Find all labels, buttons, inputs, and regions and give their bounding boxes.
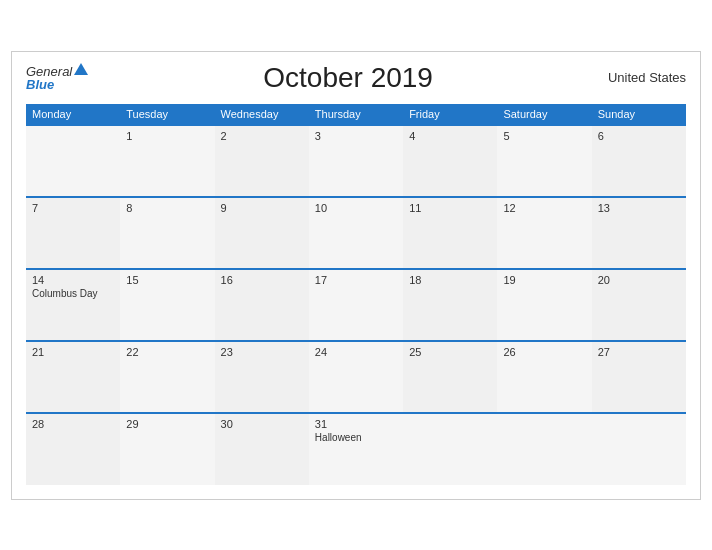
calendar-week-row: 78910111213 [26,197,686,269]
calendar-day-cell: 13 [592,197,686,269]
day-number: 11 [409,202,491,214]
holiday-label: Halloween [315,432,397,443]
day-number: 9 [221,202,303,214]
day-number: 2 [221,130,303,142]
day-number: 21 [32,346,114,358]
calendar-day-cell: 21 [26,341,120,413]
header-tuesday: Tuesday [120,104,214,125]
header-wednesday: Wednesday [215,104,309,125]
calendar-day-cell: 29 [120,413,214,485]
day-number: 3 [315,130,397,142]
day-number: 16 [221,274,303,286]
calendar-day-cell: 22 [120,341,214,413]
calendar-header: General Blue October 2019 United States [26,62,686,94]
calendar-day-cell: 11 [403,197,497,269]
day-number: 6 [598,130,680,142]
day-number: 23 [221,346,303,358]
calendar-grid: Monday Tuesday Wednesday Thursday Friday… [26,104,686,485]
calendar-day-cell: 24 [309,341,403,413]
calendar-day-cell: 8 [120,197,214,269]
calendar-day-cell: 15 [120,269,214,341]
day-number: 10 [315,202,397,214]
calendar-day-cell: 19 [497,269,591,341]
calendar-day-cell: 6 [592,125,686,197]
header-thursday: Thursday [309,104,403,125]
day-number: 31 [315,418,397,430]
day-number: 5 [503,130,585,142]
day-number: 26 [503,346,585,358]
calendar-day-cell: 20 [592,269,686,341]
calendar-day-cell: 10 [309,197,403,269]
day-number: 28 [32,418,114,430]
calendar-day-cell: 27 [592,341,686,413]
day-number: 14 [32,274,114,286]
calendar-day-cell: 5 [497,125,591,197]
header-sunday: Sunday [592,104,686,125]
calendar-day-cell [592,413,686,485]
header-saturday: Saturday [497,104,591,125]
day-number: 7 [32,202,114,214]
day-number: 12 [503,202,585,214]
calendar-day-cell: 26 [497,341,591,413]
day-number: 1 [126,130,208,142]
calendar-day-cell: 4 [403,125,497,197]
calendar-day-cell: 25 [403,341,497,413]
calendar-day-cell: 28 [26,413,120,485]
calendar-day-cell: 18 [403,269,497,341]
day-number: 15 [126,274,208,286]
day-number: 19 [503,274,585,286]
holiday-label: Columbus Day [32,288,114,299]
calendar-day-cell: 17 [309,269,403,341]
day-number: 17 [315,274,397,286]
calendar-day-cell: 7 [26,197,120,269]
calendar-day-cell: 2 [215,125,309,197]
day-number: 13 [598,202,680,214]
calendar-day-cell: 12 [497,197,591,269]
calendar-day-cell: 31Halloween [309,413,403,485]
calendar-title: October 2019 [263,62,433,94]
logo: General Blue [26,65,88,91]
day-number: 4 [409,130,491,142]
calendar-day-cell: 3 [309,125,403,197]
day-number: 22 [126,346,208,358]
day-number: 18 [409,274,491,286]
logo-general-text: General [26,65,72,78]
calendar-week-row: 14Columbus Day151617181920 [26,269,686,341]
calendar-day-cell [497,413,591,485]
logo-blue-text: Blue [26,78,54,91]
calendar-week-row: 28293031Halloween [26,413,686,485]
calendar-day-cell [403,413,497,485]
calendar-day-cell: 9 [215,197,309,269]
day-number: 29 [126,418,208,430]
day-number: 8 [126,202,208,214]
calendar-day-cell [26,125,120,197]
calendar-day-cell: 1 [120,125,214,197]
calendar-day-cell: 16 [215,269,309,341]
calendar-day-cell: 14Columbus Day [26,269,120,341]
weekday-header-row: Monday Tuesday Wednesday Thursday Friday… [26,104,686,125]
logo-triangle-icon [74,63,88,75]
calendar-day-cell: 23 [215,341,309,413]
header-friday: Friday [403,104,497,125]
calendar-country: United States [608,70,686,85]
calendar-week-row: 123456 [26,125,686,197]
calendar-week-row: 21222324252627 [26,341,686,413]
day-number: 20 [598,274,680,286]
day-number: 25 [409,346,491,358]
header-monday: Monday [26,104,120,125]
day-number: 30 [221,418,303,430]
calendar-container: General Blue October 2019 United States … [11,51,701,500]
day-number: 27 [598,346,680,358]
day-number: 24 [315,346,397,358]
calendar-day-cell: 30 [215,413,309,485]
